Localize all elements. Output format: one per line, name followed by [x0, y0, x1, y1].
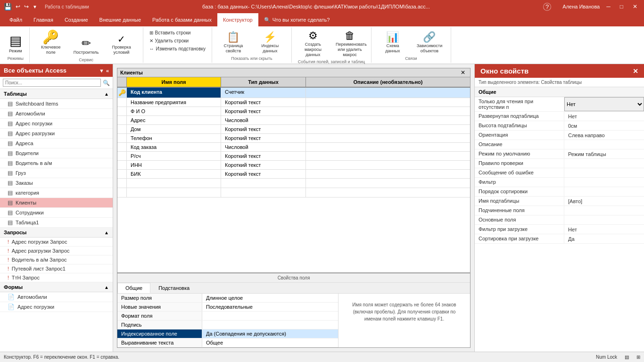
row-data-type[interactable]: Короткий текст: [221, 134, 306, 142]
prop-label-indexed[interactable]: Индексированное поле: [117, 329, 202, 338]
prop-value-new-values[interactable]: Последовательные: [202, 303, 338, 311]
tab-search[interactable]: 🔍 Что вы хотите сделать?: [258, 13, 336, 26]
row-data-type[interactable]: Числовой: [221, 116, 306, 124]
row-field-name[interactable]: Название предприятия: [127, 98, 221, 107]
row-data-type[interactable]: Числовой: [221, 143, 306, 151]
view-normal-icon[interactable]: ▤: [625, 354, 629, 360]
table-row[interactable]: БИК Короткий текст: [117, 170, 470, 179]
sidebar-item-q-driver-car[interactable]: !Водитель в а/м Запрос: [0, 255, 113, 264]
create-macros-btn[interactable]: ⚙ Создать макросы данных: [296, 29, 330, 58]
prop-value-size[interactable]: Длинное целое: [202, 294, 338, 302]
row-description[interactable]: [306, 98, 470, 107]
table-row[interactable]: 🔑 Код клиента Счетчик: [117, 88, 470, 98]
table-row-empty[interactable]: [117, 179, 470, 188]
props-value-subtable-height[interactable]: 0см: [564, 121, 644, 130]
row-field-name[interactable]: Дом: [127, 125, 221, 133]
schema-btn[interactable]: 📊 Схема данных: [375, 31, 410, 55]
properties-page-btn[interactable]: 📋 Страница свойств: [216, 31, 251, 55]
table-window-close-btn[interactable]: ✕: [459, 69, 467, 76]
row-description[interactable]: [306, 134, 470, 142]
row-description[interactable]: [306, 161, 470, 169]
table-row[interactable]: Дом Короткий текст: [117, 125, 470, 134]
sidebar-item-driver-car[interactable]: ▤Водитель в а/м: [0, 158, 113, 168]
close-btn[interactable]: ✕: [630, 3, 640, 10]
props-panel-close-btn[interactable]: ✕: [633, 67, 638, 75]
sidebar-item-avto[interactable]: ▤Автомобили: [0, 109, 113, 119]
props-value-filter-on-load[interactable]: Нет: [564, 225, 644, 234]
check-conditions-btn[interactable]: ✓ Проверка условий: [104, 33, 139, 57]
sidebar-item-q-waybill[interactable]: !Путевой лист Запрос1: [0, 264, 113, 273]
table-row-empty[interactable]: [117, 188, 470, 197]
prop-value-indexed[interactable]: Да (Совпадения не допускаются): [202, 329, 338, 338]
tab-database[interactable]: Работа с базами данных: [147, 13, 217, 26]
sidebar-item-table1[interactable]: ▤Таблица1: [0, 218, 113, 228]
rename-macro-btn[interactable]: 🗑 Переименовать или удалить макрос: [332, 29, 367, 58]
view-excel-icon[interactable]: ⊞: [636, 354, 640, 360]
row-data-type[interactable]: Короткий текст: [221, 161, 306, 169]
dependencies-btn[interactable]: 🔗 Зависимости объектов: [412, 31, 447, 55]
row-description[interactable]: [306, 125, 470, 133]
sidebar-item-switchboard[interactable]: ▤Switchboard Items: [0, 99, 113, 109]
row-data-type[interactable]: Короткий текст: [221, 152, 306, 160]
table-row[interactable]: Название предприятия Короткий текст: [117, 98, 470, 107]
tab-create[interactable]: Создание: [59, 13, 94, 26]
section-forms-header[interactable]: Формы ▲: [0, 282, 113, 292]
props-value-description[interactable]: [564, 140, 644, 149]
props-value-orientation[interactable]: Слева направо: [564, 131, 644, 140]
undo-icon[interactable]: ↩: [16, 3, 20, 10]
tab-general[interactable]: Общие: [117, 283, 150, 293]
search-input[interactable]: [3, 79, 101, 87]
prop-value-format[interactable]: [202, 312, 338, 320]
props-value-filter[interactable]: [564, 178, 644, 187]
sidebar-item-drivers[interactable]: ▤Водители: [0, 148, 113, 158]
row-data-type[interactable]: Короткий текст: [221, 107, 306, 115]
help-btn[interactable]: ?: [543, 3, 551, 11]
table-row[interactable]: Р/сч Короткий текст: [117, 152, 470, 161]
insert-rows-btn[interactable]: ⊞ Вставить строки: [147, 29, 208, 36]
readonly-select[interactable]: Нет Да: [564, 97, 644, 111]
save-icon[interactable]: 💾: [4, 3, 12, 10]
props-value-subtable-name[interactable]: [Авто]: [564, 197, 644, 206]
props-value-child-fields[interactable]: [564, 206, 644, 215]
sidebar-arrow-icon[interactable]: «: [106, 68, 109, 74]
key-field-btn[interactable]: 🔑 Ключевое поле: [33, 29, 68, 57]
table-row[interactable]: Код заказа Числовой: [117, 143, 470, 152]
props-value-validation-rule[interactable]: [564, 159, 644, 168]
sidebar-item-q-addr-load[interactable]: !Адрес погрузки Запрос: [0, 238, 113, 247]
row-field-name[interactable]: Телефон: [127, 134, 221, 142]
row-field-name[interactable]: БИК: [127, 170, 221, 178]
table-row[interactable]: Адрес Числовой: [117, 116, 470, 125]
sidebar-item-f-avto[interactable]: 📄Автомобили: [0, 292, 113, 302]
row-data-type[interactable]: Короткий текст: [221, 170, 306, 178]
row-field-name[interactable]: Ф И О: [127, 107, 221, 115]
sidebar-item-employees[interactable]: ▤Сотрудники: [0, 208, 113, 218]
prop-value-align[interactable]: Общее: [202, 338, 338, 347]
props-value-readonly[interactable]: Нет Да: [564, 97, 644, 111]
mode-btn[interactable]: ▤ Режим: [6, 33, 25, 55]
table-row[interactable]: Ф И О Короткий текст: [117, 107, 470, 116]
delete-rows-btn[interactable]: ✕ Удалить строки: [147, 37, 208, 44]
sidebar-item-q-addr-unload[interactable]: !Адрес разгрузки Запрос: [0, 247, 113, 255]
section-queries-header[interactable]: Запросы ▲: [0, 228, 113, 238]
change-lookup-btn[interactable]: ↔ Изменить подстановку: [147, 45, 208, 52]
props-value-default-mode[interactable]: Режим таблицы: [564, 149, 644, 158]
sidebar-item-clients[interactable]: ▤Клиенты: [0, 198, 113, 208]
props-value-expanded-subtable[interactable]: Нет: [564, 112, 644, 121]
builder-btn[interactable]: ✏ Построитель: [70, 36, 102, 57]
row-field-name[interactable]: Адрес: [127, 116, 221, 124]
sidebar-item-category[interactable]: ▤категория: [0, 188, 113, 198]
row-description[interactable]: [306, 170, 470, 178]
sidebar-item-f-addr-load[interactable]: 📄Адрес погрузки: [0, 302, 113, 312]
props-value-sort-on-load[interactable]: Да: [564, 234, 644, 243]
row-data-type[interactable]: Короткий текст: [221, 125, 306, 133]
props-value-main-fields[interactable]: [564, 215, 644, 224]
sidebar-item-cargo[interactable]: ▤Груз: [0, 168, 113, 178]
sidebar-expand-icon[interactable]: ▼: [99, 68, 104, 74]
section-tables-header[interactable]: Таблицы ▲: [0, 89, 113, 99]
row-field-name[interactable]: ИНН: [127, 161, 221, 169]
prop-value-caption[interactable]: [202, 321, 338, 329]
redo-icon[interactable]: ↪: [24, 3, 29, 10]
row-description[interactable]: [306, 107, 470, 115]
sidebar-item-addresses[interactable]: ▤Адреса: [0, 139, 113, 148]
row-data-type[interactable]: Короткий текст: [221, 98, 306, 107]
